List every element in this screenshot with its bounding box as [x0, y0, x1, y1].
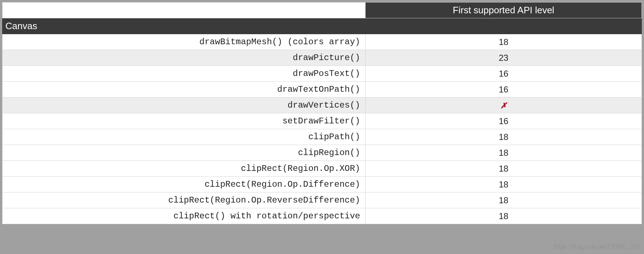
table-row: clipRect(Region.Op.Difference)18 [3, 177, 642, 192]
method-cell: clipPath() [3, 129, 366, 145]
section-title: Canvas [3, 18, 642, 34]
api-level-value: 16 [499, 85, 509, 94]
table-row: setDrawFilter()16 [3, 113, 642, 129]
method-cell: setDrawFilter() [3, 113, 366, 129]
api-level-value: 23 [499, 53, 509, 63]
table-row: clipRect() with rotation/perspective18 [3, 208, 642, 224]
api-level-cell: 16 [366, 66, 642, 82]
api-support-table: First supported API level Canvas drawBit… [2, 2, 642, 224]
api-level-cell: 18 [366, 145, 642, 161]
method-cell: drawPosText() [3, 66, 366, 82]
method-cell: drawBitmapMesh() (colors array) [3, 34, 366, 50]
table-row: drawBitmapMesh() (colors array)18 [3, 34, 642, 50]
table-header-row: First supported API level [3, 3, 642, 18]
table-row: clipPath()18 [3, 129, 642, 145]
table-row: clipRegion()18 [3, 145, 642, 161]
api-level-cell: 18 [366, 34, 642, 50]
method-cell: drawTextOnPath() [3, 82, 366, 97]
method-cell: clipRect(Region.Op.ReverseDifference) [3, 192, 366, 208]
table-body: First supported API level Canvas drawBit… [3, 3, 642, 224]
section-row-canvas: Canvas [3, 18, 642, 34]
api-level-value: 16 [499, 69, 509, 78]
api-level-value: 18 [499, 37, 509, 47]
api-level-value: 18 [499, 148, 509, 158]
api-level-value: 16 [499, 116, 509, 126]
api-level-value: 18 [499, 164, 509, 173]
unsupported-icon: ✗ [500, 101, 507, 110]
api-level-cell: 18 [366, 192, 642, 208]
header-method-cell [3, 3, 366, 18]
api-level-cell: 18 [366, 161, 642, 177]
table-row: clipRect(Region.Op.ReverseDifference)18 [3, 192, 642, 208]
table-row: drawVertices()✗ [3, 97, 642, 113]
method-cell: drawVertices() [3, 97, 366, 113]
table-row: drawPosText()16 [3, 66, 642, 82]
method-cell: clipRect(Region.Op.XOR) [3, 161, 366, 177]
header-api-cell: First supported API level [366, 3, 642, 18]
method-cell: drawPicture() [3, 50, 366, 66]
api-level-cell: 18 [366, 129, 642, 145]
api-level-cell: ✗ [366, 97, 642, 113]
method-cell: clipRegion() [3, 145, 366, 161]
table-row: drawTextOnPath()16 [3, 82, 642, 97]
method-cell: clipRect() with rotation/perspective [3, 208, 366, 224]
api-level-value: 18 [499, 132, 509, 142]
api-level-value: 18 [499, 195, 509, 205]
api-level-cell: 16 [366, 82, 642, 97]
api-level-cell: 16 [366, 113, 642, 129]
api-level-cell: 18 [366, 177, 642, 192]
api-level-cell: 23 [366, 50, 642, 66]
api-level-value: 18 [499, 180, 509, 189]
api-level-cell: 18 [366, 208, 642, 224]
method-cell: clipRect(Region.Op.Difference) [3, 177, 366, 192]
api-level-value: 18 [499, 211, 509, 221]
table-row: drawPicture()23 [3, 50, 642, 66]
table-row: clipRect(Region.Op.XOR)18 [3, 161, 642, 177]
